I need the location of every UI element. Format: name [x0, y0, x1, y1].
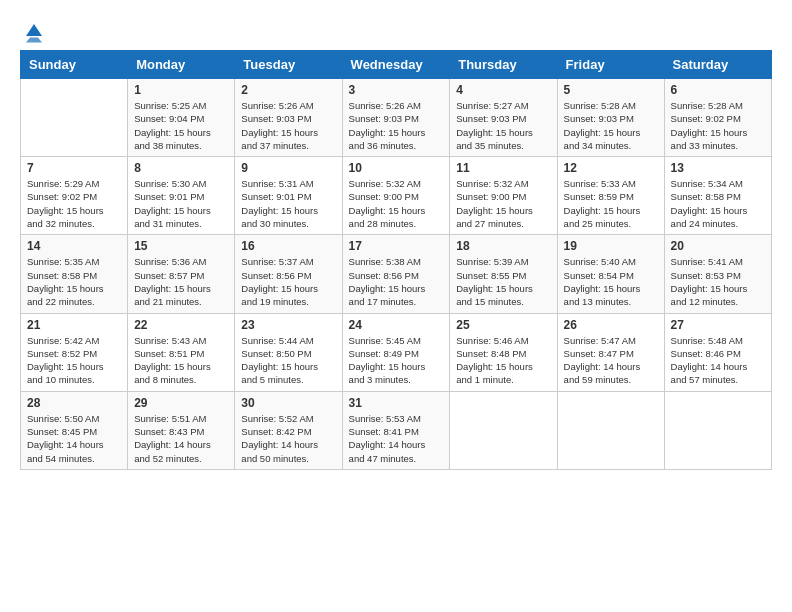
daylight-text: Daylight: 15 hours and 34 minutes. [564, 127, 641, 151]
sunrise-text: Sunrise: 5:25 AM [134, 100, 206, 111]
day-info: Sunrise: 5:37 AM Sunset: 8:56 PM Dayligh… [241, 255, 335, 308]
day-number: 4 [456, 83, 550, 97]
logo [20, 20, 46, 40]
sunset-text: Sunset: 8:57 PM [134, 270, 204, 281]
daylight-text: Daylight: 15 hours and 33 minutes. [671, 127, 748, 151]
calendar-day-cell: 28 Sunrise: 5:50 AM Sunset: 8:45 PM Dayl… [21, 391, 128, 469]
day-info: Sunrise: 5:50 AM Sunset: 8:45 PM Dayligh… [27, 412, 121, 465]
day-info: Sunrise: 5:48 AM Sunset: 8:46 PM Dayligh… [671, 334, 765, 387]
day-number: 25 [456, 318, 550, 332]
sunrise-text: Sunrise: 5:52 AM [241, 413, 313, 424]
day-info: Sunrise: 5:32 AM Sunset: 9:00 PM Dayligh… [349, 177, 444, 230]
day-number: 31 [349, 396, 444, 410]
day-info: Sunrise: 5:45 AM Sunset: 8:49 PM Dayligh… [349, 334, 444, 387]
daylight-text: Daylight: 15 hours and 22 minutes. [27, 283, 104, 307]
sunrise-text: Sunrise: 5:45 AM [349, 335, 421, 346]
calendar-day-cell: 15 Sunrise: 5:36 AM Sunset: 8:57 PM Dayl… [128, 235, 235, 313]
day-number: 2 [241, 83, 335, 97]
day-info: Sunrise: 5:51 AM Sunset: 8:43 PM Dayligh… [134, 412, 228, 465]
sunrise-text: Sunrise: 5:27 AM [456, 100, 528, 111]
calendar-day-cell: 30 Sunrise: 5:52 AM Sunset: 8:42 PM Dayl… [235, 391, 342, 469]
sunrise-text: Sunrise: 5:33 AM [564, 178, 636, 189]
weekday-header: Friday [557, 51, 664, 79]
calendar-day-cell [450, 391, 557, 469]
calendar-day-cell: 26 Sunrise: 5:47 AM Sunset: 8:47 PM Dayl… [557, 313, 664, 391]
sunset-text: Sunset: 9:01 PM [134, 191, 204, 202]
daylight-text: Daylight: 15 hours and 28 minutes. [349, 205, 426, 229]
day-number: 16 [241, 239, 335, 253]
calendar-day-cell: 2 Sunrise: 5:26 AM Sunset: 9:03 PM Dayli… [235, 79, 342, 157]
calendar-day-cell: 5 Sunrise: 5:28 AM Sunset: 9:03 PM Dayli… [557, 79, 664, 157]
sunrise-text: Sunrise: 5:28 AM [671, 100, 743, 111]
sunrise-text: Sunrise: 5:40 AM [564, 256, 636, 267]
sunrise-text: Sunrise: 5:48 AM [671, 335, 743, 346]
sunset-text: Sunset: 8:56 PM [241, 270, 311, 281]
calendar-week-row: 7 Sunrise: 5:29 AM Sunset: 9:02 PM Dayli… [21, 157, 772, 235]
daylight-text: Daylight: 15 hours and 12 minutes. [671, 283, 748, 307]
svg-marker-0 [26, 24, 42, 36]
sunset-text: Sunset: 9:03 PM [564, 113, 634, 124]
sunset-text: Sunset: 8:59 PM [564, 191, 634, 202]
day-number: 14 [27, 239, 121, 253]
calendar-header-row: SundayMondayTuesdayWednesdayThursdayFrid… [21, 51, 772, 79]
sunrise-text: Sunrise: 5:50 AM [27, 413, 99, 424]
calendar-week-row: 14 Sunrise: 5:35 AM Sunset: 8:58 PM Dayl… [21, 235, 772, 313]
sunset-text: Sunset: 8:52 PM [27, 348, 97, 359]
sunset-text: Sunset: 9:04 PM [134, 113, 204, 124]
sunrise-text: Sunrise: 5:44 AM [241, 335, 313, 346]
sunrise-text: Sunrise: 5:51 AM [134, 413, 206, 424]
sunset-text: Sunset: 9:03 PM [456, 113, 526, 124]
day-info: Sunrise: 5:31 AM Sunset: 9:01 PM Dayligh… [241, 177, 335, 230]
calendar-day-cell: 25 Sunrise: 5:46 AM Sunset: 8:48 PM Dayl… [450, 313, 557, 391]
day-info: Sunrise: 5:26 AM Sunset: 9:03 PM Dayligh… [241, 99, 335, 152]
daylight-text: Daylight: 15 hours and 3 minutes. [349, 361, 426, 385]
day-info: Sunrise: 5:30 AM Sunset: 9:01 PM Dayligh… [134, 177, 228, 230]
sunrise-text: Sunrise: 5:32 AM [349, 178, 421, 189]
day-number: 28 [27, 396, 121, 410]
sunrise-text: Sunrise: 5:47 AM [564, 335, 636, 346]
day-number: 13 [671, 161, 765, 175]
day-number: 20 [671, 239, 765, 253]
day-info: Sunrise: 5:28 AM Sunset: 9:03 PM Dayligh… [564, 99, 658, 152]
calendar-day-cell [557, 391, 664, 469]
sunrise-text: Sunrise: 5:43 AM [134, 335, 206, 346]
sunset-text: Sunset: 9:03 PM [241, 113, 311, 124]
day-info: Sunrise: 5:32 AM Sunset: 9:00 PM Dayligh… [456, 177, 550, 230]
daylight-text: Daylight: 15 hours and 24 minutes. [671, 205, 748, 229]
sunrise-text: Sunrise: 5:38 AM [349, 256, 421, 267]
calendar-day-cell: 18 Sunrise: 5:39 AM Sunset: 8:55 PM Dayl… [450, 235, 557, 313]
day-number: 11 [456, 161, 550, 175]
calendar-day-cell: 16 Sunrise: 5:37 AM Sunset: 8:56 PM Dayl… [235, 235, 342, 313]
sunset-text: Sunset: 8:47 PM [564, 348, 634, 359]
calendar-day-cell [21, 79, 128, 157]
page-header [20, 20, 772, 40]
sunset-text: Sunset: 8:55 PM [456, 270, 526, 281]
day-info: Sunrise: 5:39 AM Sunset: 8:55 PM Dayligh… [456, 255, 550, 308]
day-info: Sunrise: 5:47 AM Sunset: 8:47 PM Dayligh… [564, 334, 658, 387]
day-number: 17 [349, 239, 444, 253]
sunrise-text: Sunrise: 5:53 AM [349, 413, 421, 424]
weekday-header: Saturday [664, 51, 771, 79]
day-number: 7 [27, 161, 121, 175]
daylight-text: Daylight: 15 hours and 37 minutes. [241, 127, 318, 151]
calendar-day-cell: 8 Sunrise: 5:30 AM Sunset: 9:01 PM Dayli… [128, 157, 235, 235]
day-info: Sunrise: 5:35 AM Sunset: 8:58 PM Dayligh… [27, 255, 121, 308]
sunset-text: Sunset: 9:02 PM [671, 113, 741, 124]
sunrise-text: Sunrise: 5:34 AM [671, 178, 743, 189]
daylight-text: Daylight: 15 hours and 17 minutes. [349, 283, 426, 307]
calendar-day-cell: 29 Sunrise: 5:51 AM Sunset: 8:43 PM Dayl… [128, 391, 235, 469]
daylight-text: Daylight: 15 hours and 13 minutes. [564, 283, 641, 307]
calendar-day-cell: 6 Sunrise: 5:28 AM Sunset: 9:02 PM Dayli… [664, 79, 771, 157]
sunset-text: Sunset: 9:02 PM [27, 191, 97, 202]
sunrise-text: Sunrise: 5:46 AM [456, 335, 528, 346]
calendar-day-cell: 22 Sunrise: 5:43 AM Sunset: 8:51 PM Dayl… [128, 313, 235, 391]
calendar-day-cell: 21 Sunrise: 5:42 AM Sunset: 8:52 PM Dayl… [21, 313, 128, 391]
sunset-text: Sunset: 8:48 PM [456, 348, 526, 359]
daylight-text: Daylight: 15 hours and 10 minutes. [27, 361, 104, 385]
sunset-text: Sunset: 8:50 PM [241, 348, 311, 359]
day-info: Sunrise: 5:42 AM Sunset: 8:52 PM Dayligh… [27, 334, 121, 387]
calendar-week-row: 21 Sunrise: 5:42 AM Sunset: 8:52 PM Dayl… [21, 313, 772, 391]
daylight-text: Daylight: 14 hours and 54 minutes. [27, 439, 104, 463]
calendar-day-cell: 31 Sunrise: 5:53 AM Sunset: 8:41 PM Dayl… [342, 391, 450, 469]
day-number: 15 [134, 239, 228, 253]
